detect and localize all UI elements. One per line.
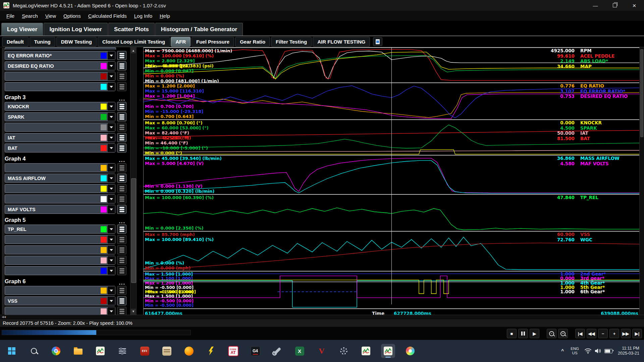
color-swatch[interactable] <box>101 298 107 304</box>
channel-select-vss[interactable]: VSS <box>5 296 115 305</box>
tab-scatter-plots[interactable]: Scatter Plots <box>108 23 155 36</box>
menu-options[interactable]: Options <box>60 12 85 20</box>
chart-scrollbar[interactable] <box>639 47 644 315</box>
transport-stop[interactable]: ■ <box>507 329 517 338</box>
color-swatch[interactable] <box>101 308 107 314</box>
menu-view[interactable]: View <box>42 12 60 20</box>
group-options-button[interactable]: ... <box>119 97 125 101</box>
restore-button[interactable] <box>605 0 625 11</box>
channel-settings-button[interactable] <box>117 163 126 172</box>
channel-select-empty[interactable] <box>5 266 115 275</box>
close-button[interactable]: × <box>625 0 644 11</box>
channel-select-empty[interactable] <box>5 307 115 315</box>
channel-settings-button[interactable] <box>117 245 126 254</box>
channel-select-empty[interactable] <box>5 245 115 254</box>
color-swatch[interactable] <box>101 257 107 263</box>
chevron-down-icon[interactable] <box>107 174 115 182</box>
chevron-down-icon[interactable] <box>107 62 115 70</box>
quick-settings[interactable] <box>584 348 612 354</box>
tab-log-viewer[interactable]: Log Viewer <box>1 23 43 36</box>
channel-settings-button[interactable] <box>117 307 126 315</box>
menu-help[interactable]: Help <box>156 12 174 20</box>
group-options-button[interactable]: ... <box>119 159 125 162</box>
channel-settings-button[interactable] <box>117 256 126 265</box>
transport-skip-end[interactable]: ▶| <box>632 329 642 338</box>
chevron-down-icon[interactable] <box>107 205 115 214</box>
taskbar-archive[interactable] <box>160 344 174 358</box>
channel-settings-button[interactable] <box>117 225 126 234</box>
channel-select-tp-rel[interactable]: TP_REL <box>5 225 115 234</box>
channel-select-empty[interactable] <box>5 123 115 132</box>
transport-faster[interactable]: + <box>609 329 619 338</box>
view-tab-dbw-testing[interactable]: DBW Testing <box>56 37 97 47</box>
view-tab-air-flow-testing[interactable]: AIR FLOW TESTING <box>313 37 370 47</box>
chevron-down-icon[interactable] <box>107 297 115 305</box>
menu-calculated-fields[interactable]: Calculated Fields <box>85 12 130 20</box>
chevron-down-icon[interactable] <box>107 256 115 264</box>
channel-select-empty[interactable] <box>5 72 115 81</box>
transport-play[interactable]: ▶ <box>530 329 539 338</box>
transport-pause[interactable] <box>518 329 528 338</box>
chevron-down-icon[interactable] <box>107 266 115 275</box>
chevron-down-icon[interactable] <box>107 164 115 172</box>
taskbar-settings[interactable] <box>337 344 351 358</box>
channel-settings-button[interactable] <box>117 112 126 121</box>
color-swatch[interactable] <box>101 237 107 243</box>
color-swatch[interactable] <box>101 84 107 90</box>
chevron-down-icon[interactable] <box>107 113 115 121</box>
scroll-down-icon[interactable]: ▼ <box>131 309 136 314</box>
color-swatch[interactable] <box>101 53 107 59</box>
channel-settings-button[interactable] <box>117 184 126 193</box>
view-tab-closed-loop-limit-testing[interactable]: Closed Loop Limit Testing <box>98 37 170 47</box>
menu-log-info[interactable]: Log Info <box>130 12 156 20</box>
color-swatch[interactable] <box>101 196 107 202</box>
tab-histogram-table-generator[interactable]: Histogram / Table Generator <box>155 23 243 36</box>
channel-settings-button[interactable] <box>117 61 126 70</box>
view-tab-fuel-pressure[interactable]: Fuel Pressure <box>192 37 234 47</box>
chevron-down-icon[interactable] <box>107 102 115 111</box>
taskbar-start[interactable] <box>5 344 19 358</box>
taskbar-file-explorer[interactable] <box>71 344 85 358</box>
chart-scrollbar-thumb[interactable] <box>640 49 643 137</box>
group-options-button[interactable]: ... <box>119 281 125 285</box>
taskbar-paint[interactable] <box>403 344 417 358</box>
color-swatch[interactable] <box>101 124 107 130</box>
color-swatch[interactable] <box>101 73 107 79</box>
channel-settings-button[interactable] <box>117 235 126 244</box>
channel-settings-button[interactable] <box>117 102 126 111</box>
transport-zoom-in[interactable]: + <box>558 329 568 338</box>
language-indicator[interactable]: ENG US <box>571 347 579 355</box>
minimize-button[interactable]: — <box>586 0 605 11</box>
taskbar-efi[interactable]: EFI <box>138 344 152 358</box>
view-tab-filter-testing[interactable]: Filter Testing <box>271 37 312 47</box>
channel-settings-button[interactable] <box>117 174 126 183</box>
channel-select-empty[interactable] <box>5 184 115 193</box>
channel-select-empty[interactable] <box>5 194 115 203</box>
taskbar-v-app[interactable]: V <box>315 344 329 358</box>
view-tab-default[interactable]: Default <box>2 37 29 47</box>
chevron-down-icon[interactable] <box>107 225 115 233</box>
taskbar-mlv-chart-1[interactable] <box>93 344 107 358</box>
time-cursor[interactable] <box>391 47 392 304</box>
channel-select-empty[interactable] <box>5 235 115 244</box>
taskbar-mlv-chart-2[interactable] <box>359 344 373 358</box>
taskbar-firefox[interactable] <box>182 344 196 358</box>
taskbar-search[interactable] <box>27 344 41 358</box>
channel-select-empty[interactable] <box>5 256 115 265</box>
channel-settings-button[interactable] <box>117 205 126 214</box>
menu-file[interactable]: File <box>3 12 18 20</box>
taskbar-sliders[interactable] <box>115 344 129 358</box>
chevron-down-icon[interactable] <box>107 51 115 60</box>
transport-slower[interactable]: − <box>598 329 608 338</box>
color-swatch[interactable] <box>101 63 107 69</box>
channel-settings-button[interactable] <box>117 296 126 305</box>
taskbar-clock[interactable]: 11:11 PM 2025-03-21 <box>618 346 639 356</box>
transport-skip-start[interactable]: |◀ <box>575 329 585 338</box>
chevron-down-icon[interactable] <box>107 72 115 80</box>
taskbar-mlv-chart-active[interactable] <box>381 344 395 358</box>
group-options-button[interactable]: ... <box>119 220 125 223</box>
color-swatch[interactable] <box>101 206 107 213</box>
color-swatch[interactable] <box>101 175 107 181</box>
transport-rewind[interactable]: ◀◀ <box>587 329 596 338</box>
color-swatch[interactable] <box>101 114 107 120</box>
